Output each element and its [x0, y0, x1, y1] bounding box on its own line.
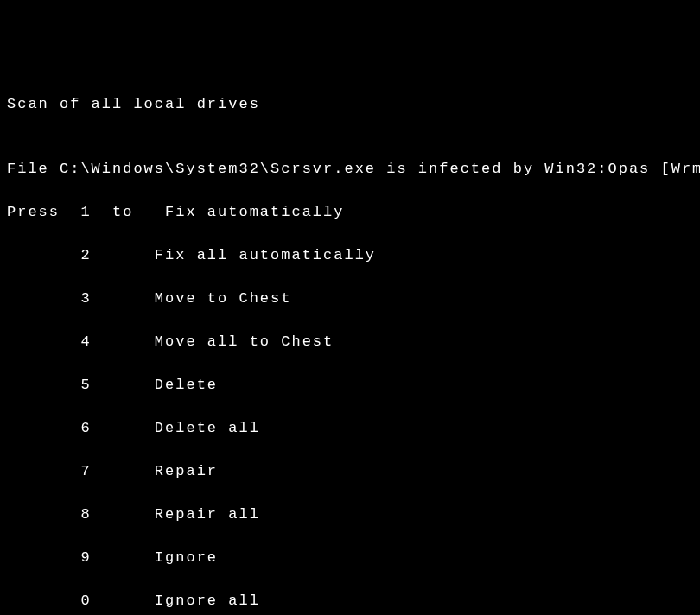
menu-option-4[interactable]: 4 Move all to Chest [7, 331, 693, 352]
menu-option-8[interactable]: 8 Repair all [7, 504, 693, 525]
menu-option-0[interactable]: 0 Ignore all [7, 590, 693, 612]
menu-option-7[interactable]: 7 Repair [7, 460, 693, 482]
menu-option-6[interactable]: 6 Delete all [7, 417, 693, 439]
scan-title: Scan of all local drives [7, 93, 693, 115]
infection-message: File C:\Windows\System32\Scrsvr.exe is i… [7, 158, 693, 180]
menu-option-1[interactable]: Press 1 to Fix automatically [7, 201, 693, 223]
menu-option-3[interactable]: 3 Move to Chest [7, 288, 693, 309]
menu-option-2[interactable]: 2 Fix all automatically [7, 244, 693, 266]
menu-option-5[interactable]: 5 Delete [7, 374, 693, 396]
menu-option-9[interactable]: 9 Ignore [7, 547, 693, 568]
